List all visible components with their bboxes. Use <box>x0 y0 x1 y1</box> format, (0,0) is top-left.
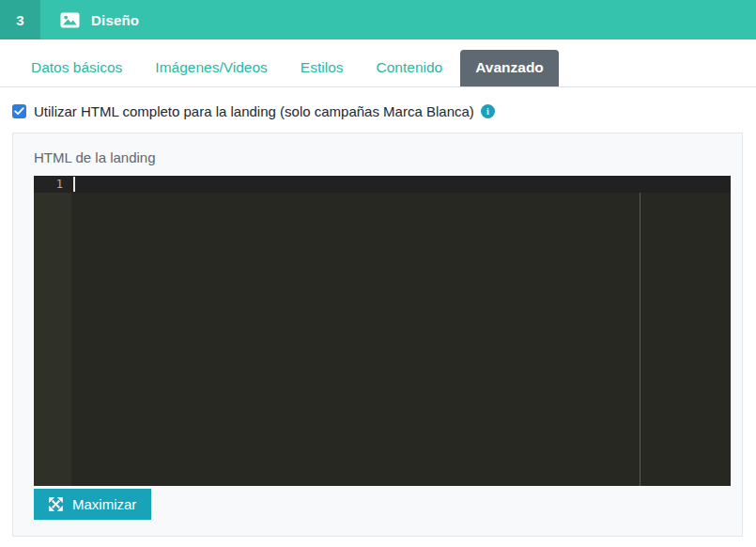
editor-active-line <box>71 176 731 193</box>
expand-arrows-icon <box>49 497 63 511</box>
design-tabs: Datos básicos Imágenes/Videos Estilos Co… <box>0 50 756 87</box>
wizard-step-header: 3 Diseño <box>0 0 756 39</box>
full-html-option-row: Utilizar HTML completo para la landing (… <box>0 102 756 119</box>
tab-estilos[interactable]: Estilos <box>285 50 359 86</box>
image-icon <box>60 12 80 28</box>
maximize-button[interactable]: Maximizar <box>34 489 151 520</box>
page-title: Diseño <box>91 12 139 28</box>
editor-cursor <box>73 177 75 192</box>
maximize-button-label: Maximizar <box>72 496 136 512</box>
landing-html-panel: HTML de la landing 1 Maximizar <box>12 133 743 537</box>
full-html-checkbox[interactable] <box>12 104 26 118</box>
tab-contenido[interactable]: Contenido <box>362 50 458 86</box>
html-code-editor[interactable]: 1 <box>34 176 731 486</box>
print-margin-ruler <box>640 176 640 486</box>
editor-title: HTML de la landing <box>34 149 730 165</box>
tab-avanzado[interactable]: Avanzado <box>460 50 559 86</box>
tab-datos-basicos[interactable]: Datos básicos <box>16 50 137 86</box>
step-number-badge: 3 <box>0 0 40 39</box>
info-circle-icon[interactable]: i <box>481 104 495 118</box>
full-html-checkbox-label: Utilizar HTML completo para la landing (… <box>34 103 474 119</box>
line-number: 1 <box>34 176 71 193</box>
editor-gutter: 1 <box>34 176 71 486</box>
tab-imagenes-videos[interactable]: Imágenes/Videos <box>140 50 283 86</box>
